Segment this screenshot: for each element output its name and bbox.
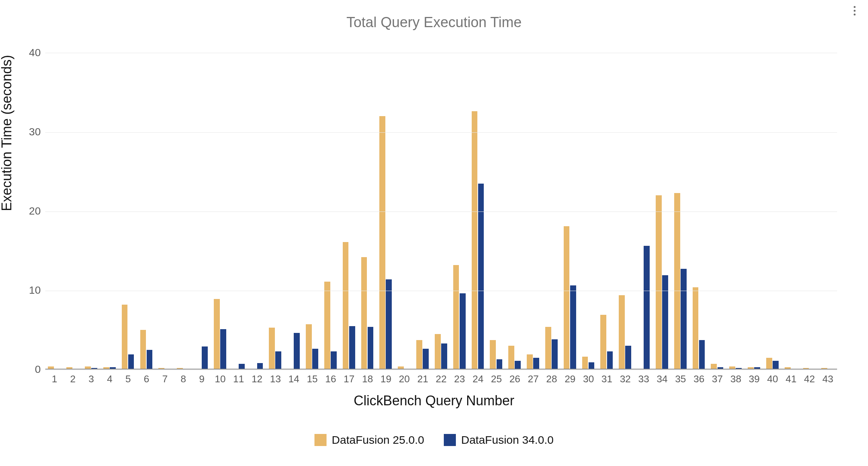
bar-series1 (515, 361, 521, 369)
chart-container: Total Query Execution Time 1234567891011… (0, 0, 868, 466)
x-tick-label: 34 (657, 373, 668, 385)
x-tick-label: 12 (252, 373, 262, 385)
x-tick-label: 27 (528, 373, 539, 385)
bar-series0 (656, 195, 662, 369)
bar-series0 (564, 226, 570, 369)
x-tick-label: 24 (472, 373, 483, 385)
x-tick-label: 13 (270, 373, 281, 385)
bar-series1 (662, 275, 668, 369)
x-tick-label: 35 (675, 373, 686, 385)
legend-item[interactable]: DataFusion 34.0.0 (444, 434, 554, 446)
bar-series1 (423, 349, 429, 369)
bar-series1 (552, 339, 558, 369)
bar-series1 (147, 350, 153, 370)
y-tick-label: 0 (18, 363, 41, 376)
x-tick-label: 36 (693, 373, 704, 385)
plot-area (45, 53, 837, 369)
x-tick-label: 19 (380, 373, 391, 385)
bar-series1 (220, 329, 226, 369)
bar-series0 (545, 327, 551, 369)
x-tick-label: 10 (215, 373, 225, 385)
more-vert-icon[interactable] (850, 4, 859, 17)
x-tick-label: 22 (436, 373, 447, 385)
y-tick-label: 10 (18, 284, 41, 296)
chart-title: Total Query Execution Time (0, 14, 868, 31)
bar-series0 (324, 282, 330, 369)
bar-series1 (460, 293, 466, 369)
x-axis-label: ClickBench Query Number (0, 393, 868, 409)
bar-series0 (361, 257, 367, 369)
bar-series1 (607, 351, 613, 369)
bar-series1 (386, 279, 392, 369)
x-tick-label: 41 (785, 373, 796, 385)
legend: DataFusion 25.0.0DataFusion 34.0.0 (0, 434, 868, 446)
x-tick-label: 33 (638, 373, 649, 385)
x-tick-label: 20 (399, 373, 410, 385)
bar-series1 (644, 246, 650, 369)
x-tick-label: 14 (288, 373, 299, 385)
bar-series0 (214, 299, 220, 369)
bar-series0 (122, 305, 128, 369)
bar-series0 (582, 357, 588, 369)
bar-series0 (490, 340, 496, 369)
gridline (45, 132, 837, 133)
gridline (45, 212, 837, 212)
bar-series0 (600, 315, 606, 369)
bar-series1 (331, 351, 337, 369)
bar-series0 (453, 265, 459, 369)
y-tick-label: 30 (18, 126, 41, 138)
x-tick-label: 38 (730, 373, 741, 385)
legend-item[interactable]: DataFusion 25.0.0 (314, 434, 424, 446)
x-tick-label: 37 (712, 373, 723, 385)
bar-series1 (681, 269, 687, 369)
x-tick-label: 18 (362, 373, 373, 385)
x-tick-label: 31 (601, 373, 612, 385)
bar-series1 (497, 359, 503, 369)
bar-series0 (140, 330, 146, 369)
x-tick-label: 26 (509, 373, 520, 385)
bar-series0 (416, 340, 422, 369)
y-tick-label: 20 (18, 205, 41, 217)
x-tick-label: 30 (583, 373, 594, 385)
legend-label: DataFusion 34.0.0 (461, 434, 554, 446)
bar-series0 (619, 295, 625, 369)
bar-series0 (472, 111, 478, 369)
x-tick-label: 3 (89, 373, 94, 385)
legend-label: DataFusion 25.0.0 (332, 434, 424, 446)
x-tick-label: 25 (491, 373, 502, 385)
bar-series0 (379, 116, 385, 369)
x-tick-label: 2 (70, 373, 75, 385)
x-tick-label: 11 (233, 373, 244, 385)
x-tick-label: 39 (749, 373, 760, 385)
bar-series0 (306, 324, 312, 369)
bar-series1 (368, 327, 374, 369)
bar-series1 (441, 343, 447, 369)
bar-series1 (570, 285, 576, 369)
bar-series0 (766, 358, 772, 370)
x-tick-label: 43 (822, 373, 833, 385)
x-tick-label: 1 (52, 373, 57, 385)
x-tick-label: 21 (417, 373, 428, 385)
bar-series1 (128, 354, 134, 369)
legend-swatch (444, 434, 456, 446)
x-tick-label: 9 (199, 373, 204, 385)
bar-series1 (275, 351, 281, 369)
x-tick-label: 42 (804, 373, 815, 385)
x-tick-label: 17 (344, 373, 354, 385)
x-tick-label: 28 (546, 373, 557, 385)
bar-series0 (508, 346, 514, 369)
bar-series0 (674, 193, 680, 369)
x-tick-label: 6 (144, 373, 149, 385)
gridline (45, 291, 837, 291)
x-tick-label: 8 (181, 373, 186, 385)
x-axis-line (45, 369, 837, 369)
bar-series1 (349, 326, 355, 370)
bar-series1 (699, 340, 705, 369)
bar-series1 (312, 349, 318, 369)
bar-series1 (202, 346, 208, 369)
legend-swatch (314, 434, 327, 446)
x-tick-layer: 1234567891011121314151617181920212223242… (45, 370, 837, 393)
bar-series0 (343, 242, 349, 369)
bar-series0 (269, 328, 275, 369)
bar-series0 (527, 354, 533, 369)
